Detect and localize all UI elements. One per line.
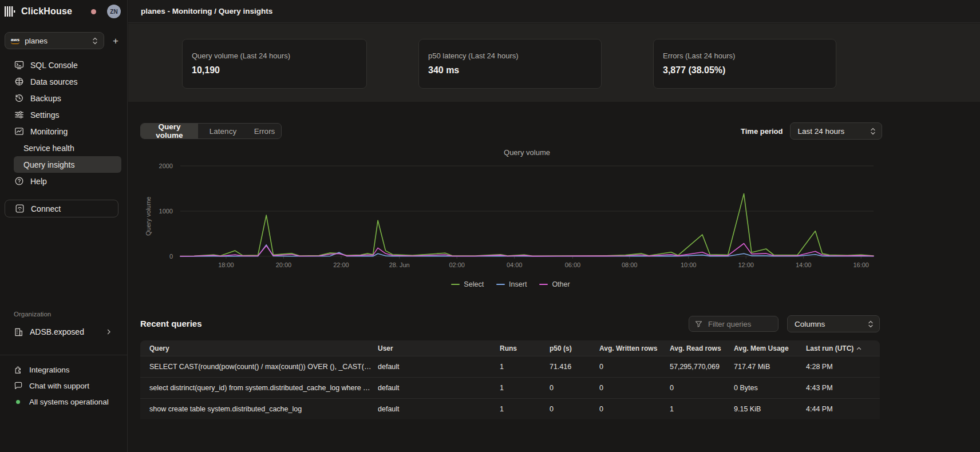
connect-icon xyxy=(15,204,25,213)
sidebar-item-label: Query insights xyxy=(23,160,74,169)
svg-text:20:00: 20:00 xyxy=(276,261,292,268)
col-header-avg-read-rows[interactable]: Avg. Read rows xyxy=(670,344,734,352)
cell-user: default xyxy=(378,384,500,392)
legend-label: Select xyxy=(464,280,484,288)
aws-icon: aws xyxy=(11,38,19,44)
sidebar: ClickHouse ZN aws planes + SQL Console xyxy=(0,0,128,452)
sidebar-item-monitoring[interactable]: Monitoring xyxy=(14,123,121,140)
connect-label: Connect xyxy=(31,204,61,213)
avatar[interactable]: ZN xyxy=(107,5,121,18)
chart-title: Query volume xyxy=(180,148,874,157)
integrations-item[interactable]: Integrations xyxy=(14,362,121,378)
monitoring-icon xyxy=(14,126,24,136)
sidebar-item-label: Help xyxy=(30,177,47,186)
chevron-updown-icon xyxy=(870,128,876,135)
legend-item-select[interactable]: Select xyxy=(451,280,484,288)
svg-text:14:00: 14:00 xyxy=(796,261,812,268)
cell-runs: 1 xyxy=(500,405,550,413)
service-selector[interactable]: aws planes xyxy=(5,32,104,49)
cell-avg-read-rows: 1 xyxy=(670,405,734,413)
organization-name: ADSB.exposed xyxy=(30,327,84,336)
status-label: All systems operational xyxy=(29,398,109,406)
cell-last-run: 4:43 PM xyxy=(806,384,880,392)
legend-item-insert[interactable]: Insert xyxy=(496,280,527,288)
filter-queries-input[interactable] xyxy=(707,319,772,329)
cell-runs: 1 xyxy=(500,384,550,392)
organization-item[interactable]: ADSB.exposed xyxy=(14,324,112,340)
connect-button[interactable]: Connect xyxy=(5,200,118,217)
chevron-right-icon xyxy=(105,328,112,335)
sidebar-divider xyxy=(0,355,127,355)
stat-card-query-volume: Query volume (Last 24 hours) 10,190 xyxy=(182,39,367,89)
svg-text:02:00: 02:00 xyxy=(449,261,465,268)
table-header-row: Query User Runs p50 (s) Avg. Written row… xyxy=(140,340,880,356)
col-header-runs[interactable]: Runs xyxy=(500,344,550,352)
cell-last-run: 4:28 PM xyxy=(806,363,880,371)
legend-label: Other xyxy=(552,280,570,288)
cell-user: default xyxy=(378,363,500,371)
sidebar-item-query-insights[interactable]: Query insights xyxy=(14,156,121,173)
sidebar-item-data-sources[interactable]: Data sources xyxy=(14,73,121,90)
sidebar-item-label: Settings xyxy=(30,110,60,120)
tab-errors[interactable]: Errors xyxy=(248,124,281,138)
table-row[interactable]: SELECT CAST(round(pow(count() / max(coun… xyxy=(140,356,880,377)
cell-user: default xyxy=(378,405,500,413)
cell-avg-read-rows: 57,295,770,069 xyxy=(670,363,734,371)
notification-dot-icon[interactable] xyxy=(91,9,96,14)
recent-queries-title: Recent queries xyxy=(140,319,202,328)
columns-select[interactable]: Columns xyxy=(787,315,880,332)
system-status-item[interactable]: All systems operational xyxy=(14,394,121,410)
col-header-query[interactable]: Query xyxy=(140,344,378,352)
columns-label: Columns xyxy=(795,320,825,328)
col-header-user[interactable]: User xyxy=(378,344,500,352)
sort-asc-icon xyxy=(856,347,862,350)
footer-item-label: Chat with support xyxy=(29,382,89,390)
sidebar-item-label: SQL Console xyxy=(30,61,78,70)
col-header-avg-mem-usage[interactable]: Avg. Mem Usage xyxy=(734,344,806,352)
time-period-value: Last 24 hours xyxy=(797,127,844,136)
col-header-p50[interactable]: p50 (s) xyxy=(550,344,599,352)
sidebar-item-settings[interactable]: Settings xyxy=(14,106,121,123)
svg-text:16:00: 16:00 xyxy=(853,261,869,268)
svg-text:06:00: 06:00 xyxy=(565,261,581,268)
table-row[interactable]: show create table system.distributed_cac… xyxy=(140,398,880,419)
clickhouse-logo-icon xyxy=(5,6,17,17)
query-volume-chart: Query volume 01000200018:0020:0022:0028.… xyxy=(140,159,881,273)
time-period-label: Time period xyxy=(741,127,783,136)
cell-query: show create table system.distributed_cac… xyxy=(140,405,378,413)
sidebar-footer: Integrations Chat with support All syste… xyxy=(14,362,121,410)
footer-item-label: Integrations xyxy=(29,366,70,374)
sidebar-item-label: Data sources xyxy=(30,77,77,86)
time-period-select[interactable]: Last 24 hours xyxy=(790,122,882,140)
sidebar-item-service-health[interactable]: Service health xyxy=(14,140,121,156)
cell-avg-mem-usage: 717.47 MiB xyxy=(734,363,806,371)
funnel-icon xyxy=(695,320,702,328)
table-row[interactable]: select distrinct(query_id) from system.d… xyxy=(140,377,880,398)
sidebar-item-help[interactable]: Help xyxy=(14,173,121,189)
status-ok-dot-icon xyxy=(16,400,20,404)
svg-text:04:00: 04:00 xyxy=(507,261,523,268)
help-icon xyxy=(14,176,24,186)
sidebar-item-sql-console[interactable]: SQL Console xyxy=(14,57,121,73)
organization-building-icon xyxy=(14,327,23,337)
add-service-button[interactable]: + xyxy=(109,34,122,47)
svg-text:28. Jun: 28. Jun xyxy=(389,261,410,268)
data-sources-icon xyxy=(14,77,24,86)
chart-canvas: 01000200018:0020:0022:0028. Jun02:0004:0… xyxy=(140,159,881,273)
time-period-control: Time period Last 24 hours xyxy=(741,122,882,140)
service-selector-row: aws planes + xyxy=(5,32,122,49)
sidebar-item-backups[interactable]: Backups xyxy=(14,90,121,106)
tab-query-volume[interactable]: Query volume xyxy=(141,124,198,138)
other-series-swatch-icon xyxy=(539,284,548,286)
sidebar-item-label: Backups xyxy=(30,94,61,103)
settings-sliders-icon xyxy=(14,110,24,120)
cell-avg-mem-usage: 0 Bytes xyxy=(734,384,806,392)
sql-console-icon xyxy=(14,60,24,70)
col-header-last-run[interactable]: Last run (UTC) xyxy=(806,344,880,352)
legend-item-other[interactable]: Other xyxy=(539,280,570,288)
chat-bubble-icon xyxy=(14,381,23,390)
svg-text:22:00: 22:00 xyxy=(333,261,349,268)
col-header-avg-written-rows[interactable]: Avg. Written rows xyxy=(599,344,670,352)
chat-with-support-item[interactable]: Chat with support xyxy=(14,378,121,394)
tab-latency[interactable]: Latency xyxy=(198,124,248,138)
